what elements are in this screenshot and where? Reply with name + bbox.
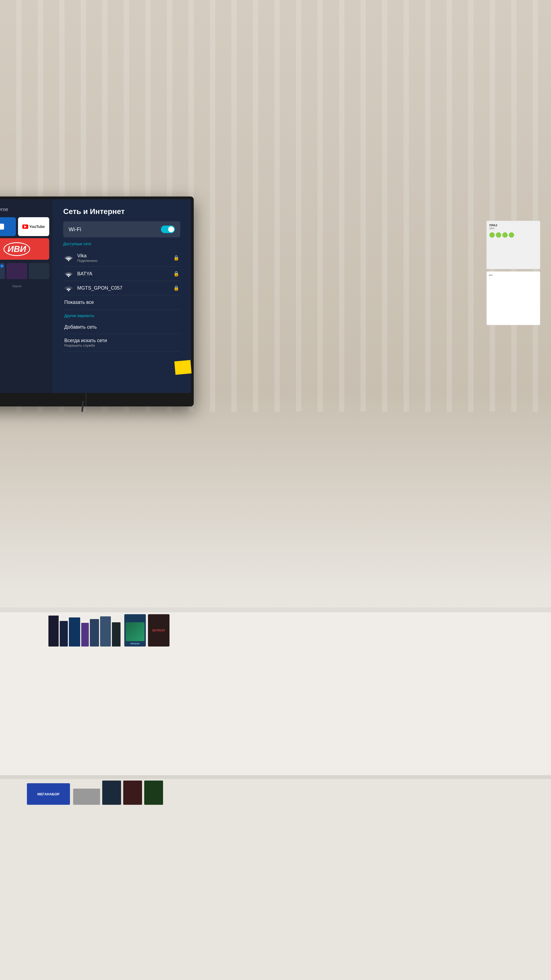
lower-shelf: МЕГАНАБОР [0,775,551,980]
lower-shelf-top [0,775,551,779]
youtube-app-tile[interactable]: YouTube [18,217,49,236]
game-box-horizon: Horizon [124,614,146,646]
tv-left-panel: ое другое [0,199,52,393]
product-boxes-right: ПРАЗ сусп вкл [486,221,551,325]
lock-icon-vika: 🔒 [173,255,179,261]
toggle-knob [168,226,174,232]
add-network-option[interactable]: Добавить сеть [63,321,180,334]
book-7 [112,622,121,646]
thumbnail-1: 6 [0,263,5,279]
network-batya-info: BATYA [77,271,173,277]
svg-point-4 [68,260,70,261]
book-6 [100,616,111,646]
network-batya-name: BATYA [77,271,173,277]
product-box-2: вкл [486,271,540,325]
youtube-label: YouTube [29,224,45,229]
book-4 [81,623,89,646]
left-panel-label: ое другое [0,205,52,215]
network-vika-name: Vika [77,253,173,259]
settings-title: Сеть и Интернет [63,207,180,216]
lock-icon-mgts: 🔒 [173,285,179,291]
book-3 [69,617,80,646]
tv-frame: ое другое [0,196,194,406]
book-2 [60,621,68,646]
svg-point-5 [68,276,70,277]
show-all-button[interactable]: Показать все [63,295,180,310]
bottom-shelf-items: МЕГАНАБОР [27,781,163,805]
thumbnail-2 [6,263,27,279]
network-vika-status: Подключено [77,259,173,263]
meganabor-box: МЕГАНАБОР [27,783,70,805]
add-network-label: Добавить сеть [64,325,179,330]
shelf-top-surface [0,608,551,612]
wifi-toggle[interactable] [161,226,175,233]
network-mgts-info: MGTS_GPON_C057 [77,285,173,291]
available-networks-label: Доступные сети [63,242,180,246]
cd-stack [73,789,100,805]
wifi-signal-full-icon [64,255,73,261]
tv-stand-base [86,393,87,406]
wifi-label: Wi-Fi [68,226,81,232]
game-box-detroit: DETROIT [148,614,170,646]
always-search-option[interactable]: Всегда искать сети Разрешить службе [63,334,180,352]
brand-label: Xiaomi [0,283,52,288]
ivi-label: ИВИ [3,242,30,256]
tv-unit: ое другое [0,94,199,315]
svg-point-6 [68,290,70,291]
always-search-label: Всегда искать сети [64,338,179,344]
network-vika-info: Vika Подключено [77,253,173,263]
book-5 [90,619,99,646]
game-case-3 [144,781,163,805]
tv-app-tile[interactable] [0,217,16,236]
game-case-2 [123,781,142,805]
always-search-sub: Разрешить службе [64,344,179,347]
tv-screen: ое другое [0,199,191,393]
wifi-signal-low-icon [64,285,73,291]
svg-rect-0 [0,224,4,229]
shelf-unit: Horizon DETROIT МЕГАНАБОР [0,608,551,980]
other-options-label: Другие варианты [63,310,180,321]
book-1 [48,616,59,646]
shelf-books: Horizon DETROIT [48,614,170,646]
wifi-row[interactable]: Wi-Fi [63,221,180,237]
game-case-1 [102,781,121,805]
lock-icon-batya: 🔒 [173,271,179,277]
network-item-mgts[interactable]: MGTS_GPON_C057 🔒 [63,281,180,295]
app-grid: YouTube ИВИ 6 [0,215,52,283]
wifi-signal-medium-icon [64,270,73,277]
network-item-batya[interactable]: BATYA 🔒 [63,267,180,281]
network-mgts-name: MGTS_GPON_C057 [77,285,173,291]
thumbnail-3 [29,263,49,279]
ivi-app-tile[interactable]: ИВИ [0,238,49,260]
settings-panel: Сеть и Интернет Wi-Fi Доступные сети [52,199,191,393]
yellow-sticker [174,360,192,375]
product-box-1: ПРАЗ сусп [486,221,540,269]
network-item-vika[interactable]: Vika Подключено 🔒 [63,249,180,267]
